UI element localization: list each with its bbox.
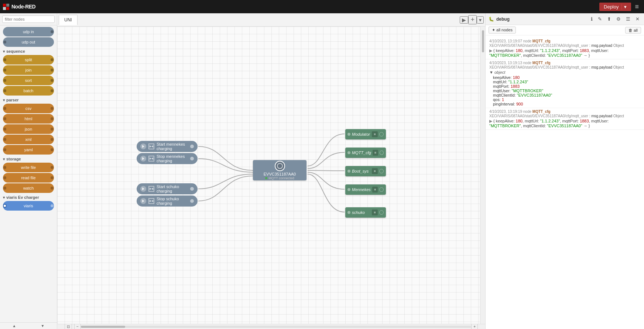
flow-canvas[interactable]: Start mennekes charging Stop mennekes ch…: [57, 27, 480, 324]
scrollbar-h-thumb[interactable]: [81, 326, 125, 328]
inject-trigger-button[interactable]: [140, 143, 146, 149]
mqtt-out-modulator[interactable]: Modulator ≡: [345, 129, 386, 139]
debug-share-button[interactable]: ⬆: [606, 15, 613, 22]
sidebar-item-watch[interactable]: watch: [3, 183, 54, 193]
tab-add-button[interactable]: +: [468, 15, 477, 24]
debug-settings-button[interactable]: ⚙: [615, 15, 622, 22]
node-label: udp in: [7, 30, 50, 34]
debug-collapse-icon[interactable]: ▼: [489, 70, 493, 75]
debug-value: 900: [516, 102, 523, 106]
node-menu-icon[interactable]: ≡: [372, 209, 378, 215]
category-viaris[interactable]: viaris Ev charger: [0, 194, 57, 200]
logo-sq-4: [6, 7, 9, 10]
debug-info-button[interactable]: ℹ: [589, 15, 594, 22]
zoom-fit-button[interactable]: ⊡: [65, 323, 72, 329]
tab-uni[interactable]: UNI: [59, 15, 78, 25]
sidebar-item-udp-in[interactable]: udp in: [3, 27, 54, 37]
port-right: [50, 37, 54, 47]
sidebar-item-udp-out[interactable]: udp out: [3, 37, 54, 47]
port-right: [50, 76, 54, 85]
mqtt-broker-node[interactable]: EVVC351187AA0 MQTT connected: [253, 160, 306, 180]
sidebar-item-join[interactable]: join: [3, 65, 54, 75]
category-sequence[interactable]: sequence: [0, 48, 57, 54]
debug-field-qos: qos: 1: [493, 97, 640, 102]
debug-title: debug: [496, 17, 587, 22]
sidebar-item-xml[interactable]: xml: [3, 135, 54, 144]
node-menu-icon[interactable]: ≡: [373, 150, 378, 156]
inject-trigger-button[interactable]: [140, 156, 146, 162]
mqtt-out-mennekes[interactable]: Mennekes ≡: [345, 184, 386, 195]
sidebar-item-json[interactable]: json: [3, 124, 54, 134]
node-menu-icon[interactable]: ≡: [372, 187, 378, 193]
debug-path-text: XEO/VIARIS/087AA0/stat/0/EVVC351187AA0/c…: [489, 44, 588, 48]
inject-node-start-mennekes[interactable]: Start mennekes charging: [137, 141, 198, 152]
inject-node-stop-mennekes[interactable]: Stop mennekes charging: [137, 153, 198, 164]
inject-node-stop-schuko[interactable]: Stop schuko charging: [137, 195, 198, 207]
tab-play-button[interactable]: ▶: [460, 16, 468, 24]
debug-clear-button[interactable]: 🗑 all: [625, 27, 641, 34]
mqtt-out-cfg[interactable]: MQTT_cfg ≡: [345, 148, 386, 158]
inject-node-start-schuko[interactable]: Start schuko charging: [137, 183, 198, 194]
sidebar-item-yaml[interactable]: yaml: [3, 145, 54, 155]
debug-node-name: MQTT_cfg: [532, 61, 551, 65]
logo-icon: [3, 4, 9, 10]
menu-button[interactable]: ≡: [633, 1, 641, 12]
debug-expand-icon[interactable]: ▶: [489, 119, 492, 123]
node-status-circle: [379, 187, 384, 192]
scrollbar-thumb[interactable]: [482, 30, 484, 52]
sidebar-item-sort[interactable]: sort: [3, 76, 54, 85]
debug-entry-header: 4/10/2023, 13:19:07 node MQTT_cfg: [489, 39, 640, 43]
deploy-button[interactable]: Deploy ▾: [599, 3, 631, 11]
debug-entry: 4/10/2023, 13:19:07 node MQTT_cfg XEO/VI…: [486, 38, 644, 59]
port-right: [50, 201, 54, 211]
zoom-in-button[interactable]: +: [471, 323, 478, 329]
topbar-right: Deploy ▾ ≡: [599, 1, 641, 12]
deploy-chevron-icon: ▾: [621, 4, 627, 10]
debug-value: "EVVC351187AA0": [517, 93, 552, 97]
node-label: Start mennekes charging: [157, 142, 188, 151]
sidebar-item-batch[interactable]: batch: [3, 86, 54, 96]
node-label: sort: [7, 78, 50, 83]
category-parser[interactable]: parser: [0, 96, 57, 103]
debug-close-button[interactable]: ✕: [634, 15, 641, 22]
node-label: csv: [7, 106, 50, 111]
canvas-vertical-scrollbar[interactable]: [480, 27, 485, 324]
app-title: Node-RED: [11, 4, 35, 10]
debug-list-button[interactable]: ☰: [624, 15, 632, 22]
inject-trigger-button[interactable]: [140, 198, 146, 204]
sidebar-item-write-file[interactable]: write file: [3, 163, 54, 172]
filter-nodes-input[interactable]: [2, 15, 55, 23]
sidebar-scroll-up[interactable]: ▲: [0, 323, 28, 329]
node-menu-icon[interactable]: ≡: [372, 168, 378, 174]
sidebar-item-csv[interactable]: csv: [3, 104, 54, 113]
debug-expand-icon[interactable]: ▶: [489, 48, 492, 53]
port-left: [3, 124, 7, 134]
debug-key: keepAlive: [493, 75, 511, 80]
sidebar-item-read-file[interactable]: read file: [3, 173, 54, 183]
debug-entry-path: XEO/VIARIS/087AA0/stat/0/EVVC351187AA0/c…: [489, 44, 640, 48]
mqtt-out-boot-sys[interactable]: Boot_sys ≡: [345, 166, 386, 176]
mqtt-status-dot: [265, 177, 267, 179]
sidebar: udp in udp out sequence split join: [0, 13, 57, 329]
mqtt-out-schuko[interactable]: schuko ≡: [345, 207, 386, 218]
port-left: [3, 86, 7, 96]
node-label: MQTT_cfg: [352, 150, 371, 155]
inject-trigger-button[interactable]: [140, 186, 146, 192]
zoom-out-button[interactable]: −: [74, 323, 81, 329]
tab-more-button[interactable]: ▾: [477, 16, 484, 24]
debug-edit-button[interactable]: ✎: [596, 15, 603, 22]
category-storage[interactable]: storage: [0, 155, 57, 162]
debug-preview-text: { keepAlive: 180, mqttUrl: "1.1.2.243", …: [489, 119, 609, 128]
port-right: [50, 173, 54, 183]
scrollbar-track: [480, 27, 485, 324]
debug-entry: 4/10/2023, 13:19:19 node MQTT_cfg XEO/VI…: [486, 108, 644, 130]
sidebar-item-viaris[interactable]: viaris: [3, 201, 54, 211]
node-menu-icon[interactable]: ≡: [372, 131, 378, 137]
debug-field-mqttPort: mqttPort: 1883: [493, 84, 640, 89]
sidebar-scroll-down[interactable]: ▼: [28, 323, 57, 329]
debug-filter-button[interactable]: ✦ all nodes: [489, 27, 516, 34]
debug-icon: 🐛: [489, 17, 494, 22]
debug-toolbar: ✦ all nodes 🗑 all: [486, 25, 644, 35]
sidebar-item-split[interactable]: split: [3, 55, 54, 65]
sidebar-item-html[interactable]: html: [3, 114, 54, 124]
